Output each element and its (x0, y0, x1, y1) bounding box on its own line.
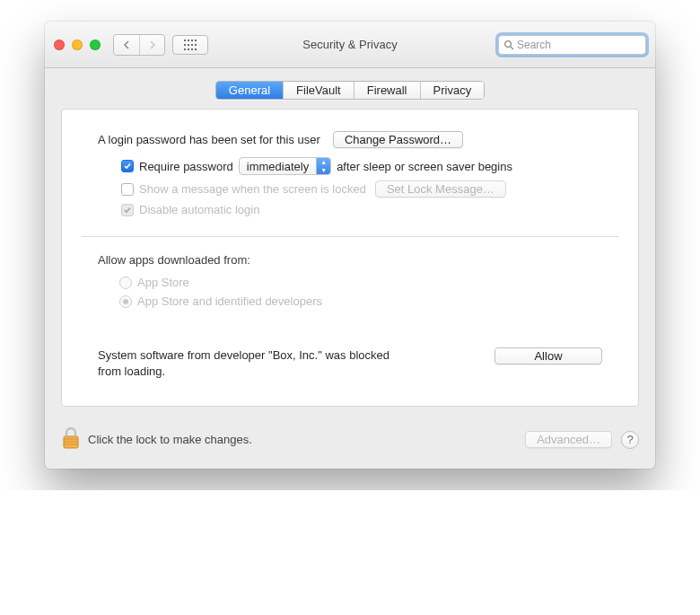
tab-privacy[interactable]: Privacy (420, 82, 485, 99)
window-title: Security & Privacy (302, 38, 397, 51)
radio-identified-developers (119, 295, 132, 308)
after-sleep-label: after sleep or screen saver begins (337, 160, 512, 173)
svg-rect-5 (188, 44, 189, 46)
section-divider (82, 236, 618, 237)
svg-rect-0 (184, 40, 186, 41)
disable-auto-login-label: Disable automatic login (139, 203, 259, 216)
set-lock-message-button: Set Lock Message… (375, 180, 506, 198)
nav-back-forward (113, 34, 165, 56)
tab-firewall[interactable]: Firewall (354, 82, 420, 99)
help-button[interactable]: ? (621, 431, 639, 449)
grid-icon (184, 40, 197, 50)
tab-bar: General FileVault Firewall Privacy (45, 68, 655, 109)
svg-line-13 (511, 46, 513, 48)
svg-rect-7 (195, 44, 197, 46)
tab-general[interactable]: General (216, 82, 283, 99)
show-message-checkbox[interactable] (121, 183, 134, 196)
back-button[interactable] (114, 35, 139, 55)
minimize-icon[interactable] (72, 40, 83, 50)
blocked-message: System software from developer "Box, Inc… (98, 347, 403, 379)
blocked-software-row: System software from developer "Box, Inc… (98, 347, 602, 379)
lock-icon[interactable] (61, 426, 81, 452)
window-controls (54, 40, 101, 50)
gatekeeper-header: Allow apps downloaded from: (98, 253, 602, 267)
lock-hint-text: Click the lock to make changes. (88, 433, 252, 446)
svg-rect-10 (191, 48, 193, 50)
disable-auto-login-checkbox (121, 204, 134, 216)
svg-rect-6 (191, 44, 193, 46)
svg-rect-11 (195, 48, 197, 50)
gatekeeper-section: Allow apps downloaded from: App Store Ap… (62, 253, 638, 379)
preferences-window: Security & Privacy General FileVault Fir… (45, 22, 655, 469)
advanced-button: Advanced… (525, 431, 612, 448)
titlebar: Security & Privacy (45, 22, 655, 68)
require-password-checkbox[interactable] (121, 160, 134, 172)
svg-rect-8 (184, 48, 186, 50)
tab-filevault[interactable]: FileVault (283, 82, 354, 99)
svg-point-12 (505, 40, 512, 47)
svg-rect-4 (184, 44, 186, 46)
forward-button[interactable] (139, 35, 164, 55)
radio-app-store-label: App Store (137, 276, 189, 289)
login-section: A login password has been set for this u… (62, 113, 638, 216)
password-delay-value: immediately (240, 160, 316, 173)
svg-rect-1 (188, 40, 189, 41)
footer: Click the lock to make changes. Advanced… (45, 419, 655, 469)
svg-rect-14 (64, 436, 78, 448)
close-icon[interactable] (54, 40, 65, 50)
require-password-label: Require password (139, 160, 233, 173)
svg-rect-3 (195, 40, 197, 41)
tab-segmented-control: General FileVault Firewall Privacy (215, 81, 485, 100)
show-message-label: Show a message when the screen is locked (139, 182, 366, 196)
svg-rect-9 (188, 48, 189, 50)
password-set-label: A login password has been set for this u… (98, 133, 320, 146)
radio-app-store (119, 277, 132, 289)
select-stepper-icon: ▲▼ (316, 158, 330, 174)
zoom-icon[interactable] (90, 40, 101, 50)
password-delay-select[interactable]: immediately ▲▼ (239, 157, 331, 175)
search-input[interactable] (517, 39, 641, 51)
show-all-button[interactable] (172, 35, 208, 55)
radio-identified-label: App Store and identified developers (137, 294, 322, 308)
change-password-button[interactable]: Change Password… (333, 131, 463, 148)
search-icon (503, 40, 514, 50)
allow-button[interactable]: Allow (494, 347, 602, 365)
svg-rect-2 (191, 40, 193, 41)
search-field[interactable] (498, 35, 646, 55)
content-panel: A login password has been set for this u… (61, 109, 639, 407)
